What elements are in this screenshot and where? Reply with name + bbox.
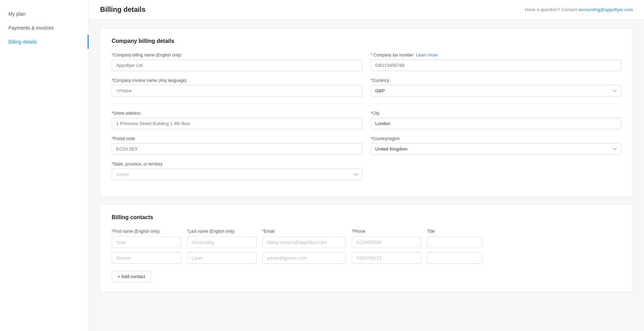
contact2-email[interactable] — [262, 252, 346, 264]
form-row-state: *State, province, or territory Select — [112, 162, 621, 180]
postal-code-group: *Postal code — [112, 136, 362, 155]
currency-select[interactable]: GBP USD EUR — [371, 85, 622, 97]
invoice-name-group: *Company invoice name (Any language) — [112, 78, 362, 97]
contact1-phone[interactable] — [352, 237, 421, 248]
sidebar: My plan Payments & invoices Billing deta… — [0, 0, 89, 331]
contact2-title[interactable] — [427, 252, 483, 264]
form-row-name-tax: *Company billing name (English only) * C… — [112, 53, 621, 71]
country-group: *Country/region United Kingdom United St… — [371, 136, 622, 155]
tax-number-group: * Company tax number Learn more — [371, 53, 622, 71]
col-header-first-name: *First name (English only) — [112, 229, 181, 234]
contact-email-link[interactable]: accounting@appsflyer.com — [578, 7, 633, 12]
sidebar-item-billing-details[interactable]: Billing details — [0, 35, 89, 49]
form-row-invoice-currency: *Company invoice name (Any language) *Cu… — [112, 78, 621, 97]
state-placeholder-group — [371, 162, 622, 180]
country-select[interactable]: United Kingdom United States Germany — [371, 143, 622, 155]
street-address-group: *Street address — [112, 111, 362, 129]
postal-code-input[interactable] — [112, 143, 362, 155]
contact1-last-name[interactable] — [187, 237, 257, 248]
state-group: *State, province, or territory Select — [112, 162, 362, 180]
invoice-name-label: *Company invoice name (Any language) — [112, 78, 362, 83]
company-name-label: *Company billing name (English only) — [112, 53, 362, 57]
company-name-input[interactable] — [112, 60, 362, 71]
form-divider — [112, 103, 621, 104]
learn-more-link[interactable]: Learn more — [416, 53, 437, 57]
city-input[interactable] — [371, 118, 622, 129]
street-address-label: *Street address — [112, 111, 362, 116]
page-header: Billing details Have a question? Contact… — [89, 0, 644, 20]
tax-number-label: * Company tax number Learn more — [371, 53, 622, 57]
state-label: *State, province, or territory — [112, 162, 362, 167]
billing-contacts-title: Billing contacts — [112, 214, 621, 221]
state-select[interactable]: Select — [112, 169, 362, 180]
country-label: *Country/region — [371, 136, 622, 141]
contact1-title[interactable] — [427, 237, 483, 248]
content-area: Company billing details *Company billing… — [89, 20, 644, 308]
invoice-name-input[interactable] — [112, 85, 362, 97]
currency-group: *Currency GBP USD EUR — [371, 78, 622, 97]
add-contact-button[interactable]: + Add contact — [112, 271, 151, 282]
add-contact-label: + Add contact — [118, 274, 145, 279]
contact-info: Have a question? Contact accounting@apps… — [525, 7, 633, 12]
form-row-street-city: *Street address *City — [112, 111, 621, 129]
contact-row-1 — [112, 237, 621, 248]
sidebar-item-my-plan[interactable]: My plan — [0, 7, 89, 21]
contacts-table-header: *First name (English only) *Last name (E… — [112, 229, 621, 234]
main-content: Billing details Have a question? Contact… — [89, 0, 644, 331]
page-title: Billing details — [100, 6, 145, 14]
contact1-email[interactable] — [262, 237, 346, 248]
col-header-phone: *Phone — [352, 229, 421, 234]
contact2-first-name[interactable] — [112, 252, 181, 264]
street-address-input[interactable] — [112, 118, 362, 129]
company-billing-title: Company billing details — [112, 38, 621, 44]
company-billing-card: Company billing details *Company billing… — [100, 28, 633, 197]
city-group: *City — [371, 111, 622, 129]
postal-code-label: *Postal code — [112, 136, 362, 141]
city-label: *City — [371, 111, 622, 116]
contact-row-2 — [112, 252, 621, 264]
currency-label: *Currency — [371, 78, 622, 83]
tax-number-input[interactable] — [371, 60, 622, 71]
form-row-postal-country: *Postal code *Country/region United King… — [112, 136, 621, 155]
billing-contacts-card: Billing contacts *First name (English on… — [100, 204, 633, 292]
col-header-email: *Email — [262, 229, 346, 234]
contact2-last-name[interactable] — [187, 252, 257, 264]
col-header-title: Title — [427, 229, 483, 234]
sidebar-item-payments-invoices[interactable]: Payments & invoices — [0, 21, 89, 35]
contact2-phone[interactable] — [352, 252, 421, 264]
col-header-last-name: *Last name (English only) — [187, 229, 257, 234]
company-name-group: *Company billing name (English only) — [112, 53, 362, 71]
contact1-first-name[interactable] — [112, 237, 181, 248]
